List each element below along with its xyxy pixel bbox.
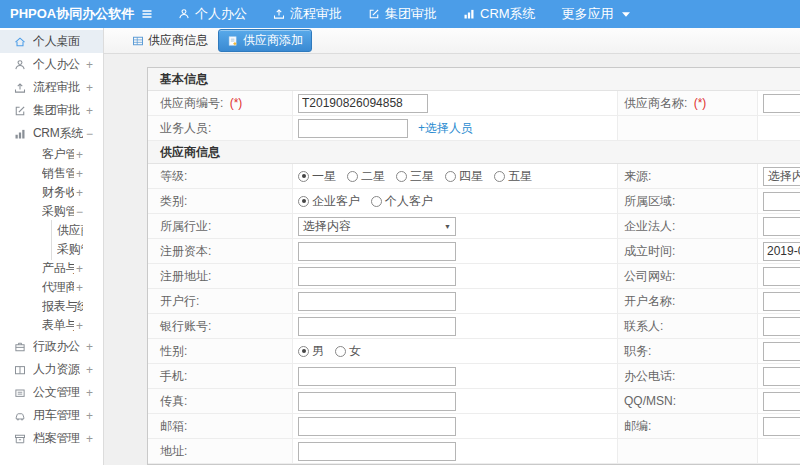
sidebar-item[interactable]: 人力资源+ (0, 358, 103, 381)
radio-option[interactable]: 四星 (445, 168, 483, 185)
sidebar-item[interactable]: 采购管理− (0, 202, 103, 221)
text-input[interactable] (298, 317, 456, 336)
sidebar-item[interactable]: 产品与库存+ (0, 259, 103, 278)
sidebar-item[interactable]: 个人办公+ (0, 53, 103, 76)
text-input[interactable] (298, 417, 456, 436)
text-input[interactable] (298, 242, 456, 261)
radio-option[interactable]: 三星 (396, 168, 434, 185)
field-label: 成立时间: (624, 243, 675, 260)
expand-plus-icon[interactable]: + (74, 262, 83, 276)
tab-bar: 供应商信息供应商添加 (104, 28, 800, 54)
tab-supplier-info[interactable]: 供应商信息 (132, 32, 208, 49)
select-input[interactable]: 选择内容▼ (763, 167, 800, 186)
sidebar-item[interactable]: 销售管理+ (0, 164, 103, 183)
sidebar-item[interactable]: 采购管理 (0, 240, 103, 259)
radio-option[interactable]: 男 (298, 343, 324, 360)
sidebar-item-label: CRM系统 (33, 125, 83, 142)
sidebar-item[interactable]: 公文管理+ (0, 381, 103, 404)
field-label: 供应商名称: (624, 95, 687, 112)
sidebar-item-label: 报表与统计 (42, 298, 83, 315)
sidebar-item[interactable]: 报表与统计 (0, 297, 103, 316)
tab-supplier-add[interactable]: 供应商添加 (218, 29, 312, 52)
sidebar-item[interactable]: 代理商管理+ (0, 278, 103, 297)
sidebar-item[interactable]: 个人桌面 (0, 30, 103, 53)
radio-option[interactable]: 企业客户 (298, 193, 360, 210)
text-input[interactable] (298, 442, 456, 461)
expand-plus-icon[interactable]: + (74, 319, 83, 333)
nav-item[interactable]: 更多应用 (562, 5, 630, 23)
field-cell (758, 364, 800, 388)
required-marker: (*) (226, 96, 242, 110)
expand-plus-icon[interactable]: + (74, 167, 83, 181)
text-input[interactable] (298, 292, 456, 311)
nav-item-label: CRM系统 (480, 5, 536, 23)
expand-plus-icon[interactable]: + (84, 58, 93, 72)
select-person-link[interactable]: +选择人员 (418, 120, 473, 137)
expand-plus-icon[interactable]: + (84, 409, 93, 423)
select-input[interactable]: 选择内容▼ (298, 217, 456, 236)
field-label-cell: 手机: (148, 364, 293, 388)
radio-option[interactable]: 二星 (347, 168, 385, 185)
sidebar-item-label: 销售管理 (42, 165, 74, 182)
expand-plus-icon[interactable]: + (84, 386, 93, 400)
text-input[interactable] (763, 217, 800, 236)
text-input[interactable] (763, 392, 800, 411)
expand-plus-icon[interactable]: + (84, 363, 93, 377)
text-input[interactable] (763, 267, 800, 286)
sidebar-item[interactable]: 财务收支+ (0, 183, 103, 202)
radio-option[interactable]: 女 (335, 343, 361, 360)
text-input[interactable] (763, 292, 800, 311)
nav-item[interactable]: CRM系统 (463, 5, 536, 23)
sidebar-item[interactable]: 表单与流程设置+ (0, 316, 103, 335)
sidebar-item[interactable]: CRM系统− (0, 122, 103, 145)
sidebar-item[interactable]: 供应商管理 (0, 221, 103, 240)
nav-item[interactable]: 集团审批 (368, 5, 437, 23)
field-label-cell: 来源: (618, 164, 758, 188)
expand-plus-icon[interactable]: + (74, 186, 83, 200)
text-input[interactable] (763, 242, 800, 261)
expand-plus-icon[interactable]: + (84, 81, 93, 95)
expand-plus-icon[interactable]: + (84, 432, 93, 446)
radio-option[interactable]: 一星 (298, 168, 336, 185)
sidebar-item[interactable]: 流程审批+ (0, 76, 103, 99)
expand-plus-icon[interactable]: + (84, 104, 93, 118)
collapse-minus-icon[interactable]: − (74, 205, 83, 219)
radio-label: 五星 (508, 168, 532, 185)
sidebar-item[interactable]: 档案管理+ (0, 427, 103, 450)
text-input[interactable] (298, 392, 456, 411)
collapse-minus-icon[interactable]: − (84, 127, 93, 141)
field-label: 开户名称: (624, 293, 675, 310)
text-input[interactable] (763, 317, 800, 336)
sidebar-item-label: 人力资源 (33, 361, 80, 378)
field-cell: 一星二星三星四星五星 (293, 164, 618, 188)
text-input[interactable] (763, 417, 800, 436)
expand-plus-icon[interactable]: + (74, 148, 83, 162)
text-input[interactable] (763, 192, 800, 211)
form-row: 等级:一星二星三星四星五星来源:选择内容▼ (148, 164, 800, 189)
text-input[interactable] (298, 367, 456, 386)
text-input[interactable] (298, 94, 428, 113)
archive-icon (14, 433, 26, 445)
radio-label: 二星 (361, 168, 385, 185)
nav-item[interactable]: 流程审批 (273, 5, 342, 23)
text-input[interactable] (763, 94, 800, 113)
radio-option[interactable]: 个人客户 (371, 193, 433, 210)
sidebar-item[interactable]: 客户管理+ (0, 145, 103, 164)
radio-icon (347, 171, 358, 182)
radio-option[interactable]: 五星 (494, 168, 532, 185)
sidebar-item-label: 流程审批 (33, 79, 80, 96)
sidebar-item[interactable]: 行政办公+ (0, 335, 103, 358)
sidebar-item[interactable]: 用车管理+ (0, 404, 103, 427)
field-cell (758, 339, 800, 363)
text-input[interactable] (298, 267, 456, 286)
text-input[interactable] (763, 342, 800, 361)
text-input[interactable] (763, 367, 800, 386)
text-input[interactable] (298, 119, 408, 138)
sidebar-item-label: 个人桌面 (33, 33, 80, 50)
nav-item[interactable]: 个人办公 (178, 5, 247, 23)
expand-plus-icon[interactable]: + (84, 340, 93, 354)
sidebar-item[interactable]: 集团审批+ (0, 99, 103, 122)
top-nav: 个人办公流程审批集团审批CRM系统更多应用 (178, 5, 630, 23)
hamburger-menu-button[interactable] (140, 8, 154, 20)
expand-plus-icon[interactable]: + (74, 281, 83, 295)
